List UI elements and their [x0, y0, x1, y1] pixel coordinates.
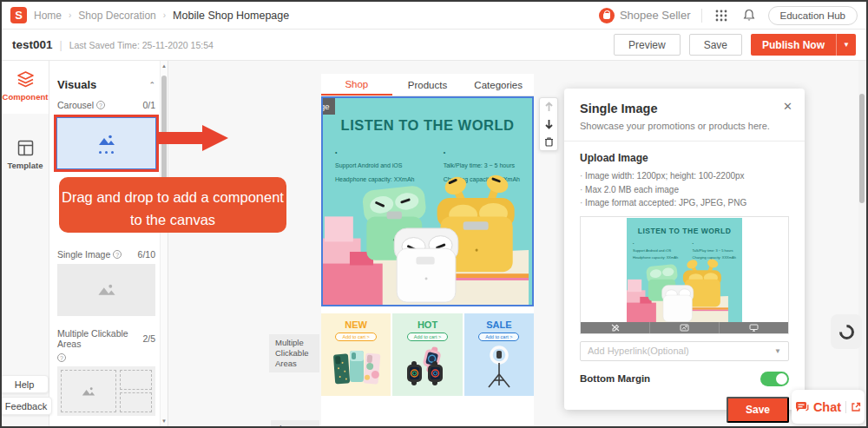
breadcrumb-home[interactable]: Home [34, 10, 62, 22]
area-card-new[interactable]: NEW Add to cart > [321, 313, 391, 396]
carousel-help-icon[interactable]: ? [96, 101, 105, 109]
breadcrumb-separator: › [163, 10, 166, 20]
single-image-row: Single Image? 6/10 [57, 249, 155, 260]
uploaded-image-preview: LISTEN TO THE WORLD Support Android and … [580, 216, 789, 334]
annotation-tooltip: Drag and drop to add a component to the … [59, 177, 286, 233]
settings-save-button[interactable]: Save [727, 397, 789, 423]
banner-title: LISTEN TO THE WORLD [323, 117, 532, 134]
help-button[interactable]: Help [0, 375, 49, 393]
preview-button[interactable]: Preview [614, 34, 681, 56]
shopee-logo-icon: S [10, 7, 27, 23]
support-ring-icon [836, 321, 857, 342]
hyperlink-select[interactable]: ▼ [580, 341, 789, 361]
multiple-areas-component-draggable[interactable] [57, 366, 155, 416]
chevron-down-icon[interactable]: ▼ [774, 347, 781, 355]
move-up-icon[interactable] [544, 102, 554, 112]
selected-single-image-component[interactable]: LISTEN TO THE WORLD Support Android and … [321, 96, 534, 306]
single-image-label: Single Image [57, 249, 110, 260]
apps-grid-icon[interactable] [713, 7, 730, 24]
visuals-section-title: Visuals [57, 78, 96, 91]
publish-now-button[interactable]: Publish Now ▼ [751, 34, 856, 56]
publish-now-label[interactable]: Publish Now [751, 34, 836, 56]
area-card-hot[interactable]: HOT Add to cart > [392, 313, 462, 396]
shop-decoration-editor: S Home › Shop Decoration › Mobile Shop H… [0, 0, 868, 428]
card-sale-title: SALE [486, 319, 511, 330]
breadcrumb-shop-decoration[interactable]: Shop Decoration [78, 10, 155, 22]
popout-icon[interactable] [851, 402, 861, 412]
carousel-component-draggable[interactable] [56, 117, 156, 169]
replace-image-icon[interactable] [650, 322, 720, 333]
image-placeholder-icon [98, 134, 115, 147]
requirement-item: Image width: 1200px; height: 100-2200px [580, 169, 789, 183]
mobile-preview: Shop Products Categories LISTEN TO THE W… [321, 74, 534, 426]
desktop-view-icon[interactable] [720, 322, 788, 333]
multiple-areas-help-icon[interactable]: ? [57, 353, 66, 362]
support-widget-button[interactable] [831, 314, 862, 349]
collapse-chevron-icon[interactable]: ⌃ [148, 81, 155, 89]
single-image-component-draggable[interactable] [57, 264, 155, 316]
upload-image-title: Upload Image [580, 152, 789, 164]
multiple-areas-component-label: Multiple Clickable Areas [269, 334, 319, 372]
publish-dropdown-chevron-icon[interactable]: ▼ [837, 34, 856, 56]
canvas-scrollbar[interactable] [858, 61, 866, 426]
top-header: S Home › Shop Decoration › Mobile Shop H… [2, 2, 866, 30]
settings-panel-subtitle: Showcase your promotions or products her… [580, 121, 789, 131]
nav-component-label: Component [3, 92, 49, 102]
annotation-highlight-ring [54, 115, 159, 172]
single-image-help-icon[interactable]: ? [113, 250, 122, 259]
card-new-cta[interactable]: Add to cart > [335, 333, 376, 341]
feedback-button[interactable]: Feedback [0, 397, 52, 415]
editor-toolbar: test001 | Last Saved Time: 25-11-2020 15… [2, 30, 866, 61]
dashed-area-main [61, 370, 116, 412]
canvas-scrollbar-thumb[interactable] [859, 94, 865, 203]
multiple-areas-count: 2/5 [142, 333, 155, 344]
last-saved-time: Last Saved Time: 25-11-2020 15:54 [69, 40, 214, 50]
move-down-icon[interactable] [544, 119, 554, 129]
scroll-up-icon[interactable]: ▲ [161, 63, 168, 69]
card-sale-cta[interactable]: Add to cart > [478, 333, 519, 341]
dashed-area-top [120, 370, 152, 390]
nav-item-template[interactable]: Template [2, 129, 49, 182]
chat-widget[interactable]: Chat [792, 390, 865, 424]
phone-cases-image [329, 346, 383, 387]
single-image-settings-panel: Single Image Showcase your promotions or… [564, 89, 805, 410]
image-placeholder-icon [82, 386, 95, 397]
shopee-seller-label: Shopee Seller [620, 9, 691, 22]
shopee-seller-bag-icon [599, 8, 615, 23]
shop-tabs: Shop Products Categories [321, 74, 534, 96]
tab-shop[interactable]: Shop [321, 74, 392, 95]
layers-icon [16, 71, 35, 88]
tab-categories[interactable]: Categories [463, 74, 534, 95]
close-icon[interactable]: ✕ [783, 100, 792, 113]
earbuds-illustration [323, 174, 529, 305]
tab-products[interactable]: Products [392, 74, 464, 95]
requirement-item: Max 2.0 MB each image [580, 183, 789, 197]
ring-light-image [472, 346, 526, 389]
left-nav-rail: Component Template [2, 61, 49, 426]
multiple-clickable-areas-component[interactable]: NEW Add to cart > HOT Add to cart > [321, 313, 534, 396]
shopee-seller-brand[interactable]: Shopee Seller [599, 8, 691, 23]
scroll-down-icon[interactable]: ▼ [161, 418, 168, 424]
carousel-label: Carousel [57, 100, 94, 110]
card-hot-cta[interactable]: Add to cart > [407, 333, 448, 341]
panel-scrollbar[interactable]: ▲ ▼ [160, 61, 168, 426]
save-button[interactable]: Save [689, 34, 742, 56]
upload-requirements: Image width: 1200px; height: 100-2200px … [580, 169, 789, 210]
carousel-row: Carousel? 0/1 [57, 100, 155, 110]
carousel-count: 0/1 [142, 100, 155, 110]
page-title: test001 [12, 38, 53, 51]
annotation-arrow [159, 125, 230, 151]
delete-icon[interactable] [544, 136, 554, 147]
visuals-section-header[interactable]: Visuals ⌃ [57, 78, 155, 91]
nav-item-component[interactable]: Component [2, 61, 49, 114]
banner-image: LISTEN TO THE WORLD Support Android and … [323, 98, 532, 305]
single-image-count: 6/10 [138, 249, 155, 260]
notification-bell-icon[interactable] [740, 7, 758, 24]
crop-disabled-icon[interactable] [581, 322, 650, 333]
bottom-margin-toggle[interactable] [760, 372, 789, 386]
card-new-title: NEW [345, 319, 367, 330]
hyperlink-input[interactable] [588, 346, 774, 356]
area-card-sale[interactable]: SALE Add to cart > [464, 313, 534, 396]
template-icon [17, 140, 34, 156]
education-hub-button[interactable]: Education Hub [768, 6, 858, 25]
